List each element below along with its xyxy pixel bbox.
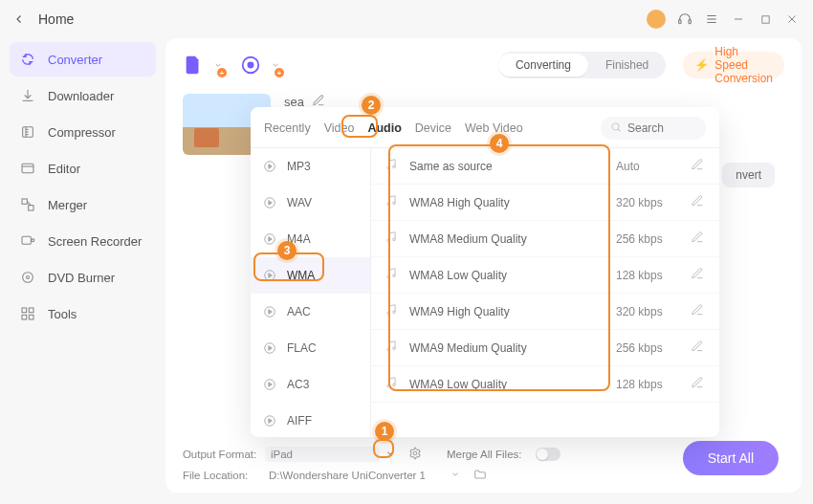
tab-device[interactable]: Device: [415, 121, 451, 135]
format-item-flac[interactable]: FLAC: [251, 330, 370, 366]
merge-toggle[interactable]: [536, 448, 560, 461]
sidebar-item-label: Tools: [48, 307, 77, 321]
start-all-label: Start All: [708, 450, 754, 466]
callout-4: 4: [490, 134, 509, 153]
segment-finished[interactable]: Finished: [588, 54, 666, 77]
folder-icon[interactable]: [473, 468, 487, 483]
callout-1: 1: [375, 422, 394, 441]
svg-marker-39: [269, 201, 273, 206]
download-icon: [19, 87, 36, 104]
sidebar-item-compressor[interactable]: Compressor: [10, 115, 156, 149]
sidebar-item-dvdburner[interactable]: DVD Burner: [10, 260, 156, 295]
close-button[interactable]: [784, 11, 800, 27]
sidebar-item-merger[interactable]: Merger: [10, 187, 156, 222]
edit-icon[interactable]: [691, 303, 704, 319]
menu-icon[interactable]: [704, 11, 719, 27]
quality-bitrate: 256 kbps: [616, 232, 691, 246]
sidebar-item-converter[interactable]: Converter: [10, 42, 156, 77]
svg-rect-23: [29, 308, 33, 313]
format-label: AC3: [287, 378, 309, 391]
tools-icon: [19, 305, 36, 322]
quality-row[interactable]: WMA8 High Quality320 kbps: [371, 185, 719, 221]
quality-label: WMA9 Medium Quality: [409, 341, 616, 355]
svg-rect-25: [29, 315, 33, 319]
format-label: MP3: [287, 160, 311, 173]
edit-icon[interactable]: [691, 340, 704, 356]
back-button[interactable]: [8, 8, 31, 31]
format-item-aiff[interactable]: AIFF: [251, 403, 370, 437]
tab-recently[interactable]: Recently: [264, 121, 311, 135]
svg-line-17: [27, 202, 31, 206]
format-icon: [262, 304, 277, 319]
sidebar-item-label: Converter: [48, 53, 102, 67]
format-item-mp3[interactable]: MP3: [251, 148, 370, 185]
svg-point-33: [413, 451, 417, 455]
start-all-button[interactable]: Start All: [683, 441, 779, 475]
edit-icon[interactable]: [691, 194, 704, 210]
sidebar-item-tools[interactable]: Tools: [10, 296, 156, 331]
format-item-wav[interactable]: WAV: [251, 185, 370, 221]
svg-point-54: [387, 203, 390, 206]
quality-label: WMA8 High Quality: [409, 196, 616, 209]
svg-point-21: [27, 276, 30, 279]
output-format-value[interactable]: iPad: [265, 447, 380, 462]
headset-icon[interactable]: [677, 11, 692, 27]
quality-bitrate: 128 kbps: [616, 269, 691, 282]
svg-point-19: [32, 239, 34, 242]
merger-icon: [19, 196, 36, 213]
minimize-button[interactable]: [731, 11, 746, 27]
svg-point-63: [393, 347, 396, 350]
sidebar-item-editor[interactable]: Editor: [10, 151, 156, 186]
format-item-m4a[interactable]: M4A: [251, 221, 370, 257]
edit-icon[interactable]: [691, 158, 704, 174]
sidebar: Converter Downloader Compressor Editor M…: [0, 38, 165, 504]
quality-bitrate: 320 kbps: [616, 305, 691, 318]
format-icon: [262, 195, 277, 210]
segment-converting[interactable]: Converting: [498, 54, 588, 77]
svg-marker-41: [269, 237, 273, 242]
gear-icon[interactable]: [408, 447, 422, 462]
edit-icon[interactable]: [691, 230, 704, 247]
search-input[interactable]: [627, 121, 694, 135]
sidebar-item-downloader[interactable]: Downloader: [10, 78, 156, 113]
sidebar-item-label: DVD Burner: [48, 271, 115, 285]
quality-label: WMA8 Low Quality: [409, 269, 616, 282]
svg-marker-49: [269, 383, 273, 387]
svg-point-60: [387, 312, 390, 315]
tab-audio[interactable]: Audio: [367, 121, 401, 135]
sidebar-item-screenrecorder[interactable]: Screen Recorder: [10, 224, 156, 258]
quality-row[interactable]: Same as sourceAuto: [371, 148, 719, 185]
edit-icon[interactable]: [691, 376, 704, 392]
edit-icon[interactable]: [691, 267, 704, 283]
quality-row[interactable]: WMA9 Low Quality128 kbps: [371, 366, 719, 403]
format-search[interactable]: [601, 117, 706, 140]
quality-row[interactable]: WMA9 High Quality320 kbps: [371, 294, 719, 330]
file-location-label: File Location:: [183, 470, 257, 481]
svg-rect-18: [22, 236, 31, 244]
format-item-wma[interactable]: WMA: [251, 257, 370, 294]
tab-webvideo[interactable]: Web Video: [465, 121, 523, 135]
quality-row[interactable]: WMA8 Low Quality128 kbps: [371, 257, 719, 294]
editor-icon: [19, 160, 36, 177]
format-item-aac[interactable]: AAC: [251, 294, 370, 330]
add-file-button[interactable]: +: [183, 55, 223, 76]
quality-row[interactable]: WMA8 Medium Quality256 kbps: [371, 221, 719, 257]
svg-point-52: [387, 166, 390, 169]
add-dvd-button[interactable]: +: [240, 55, 280, 76]
format-item-ac3[interactable]: AC3: [251, 366, 370, 403]
sidebar-item-label: Merger: [48, 198, 87, 212]
avatar[interactable]: [647, 10, 666, 29]
highspeed-button[interactable]: ⚡ High Speed Conversion: [683, 52, 784, 78]
tab-video[interactable]: Video: [324, 121, 355, 135]
nav-home[interactable]: Home: [38, 11, 74, 27]
chevron-down-icon[interactable]: [385, 449, 395, 460]
format-icon: [262, 413, 277, 428]
chevron-down-icon[interactable]: [450, 470, 460, 481]
convert-button[interactable]: nvert: [722, 163, 775, 187]
svg-point-20: [23, 273, 33, 283]
quality-row[interactable]: WMA9 Medium Quality256 kbps: [371, 330, 719, 366]
maximize-button[interactable]: [758, 11, 773, 27]
sidebar-item-label: Downloader: [48, 89, 114, 103]
plus-icon: +: [275, 68, 284, 77]
svg-point-58: [387, 275, 390, 278]
